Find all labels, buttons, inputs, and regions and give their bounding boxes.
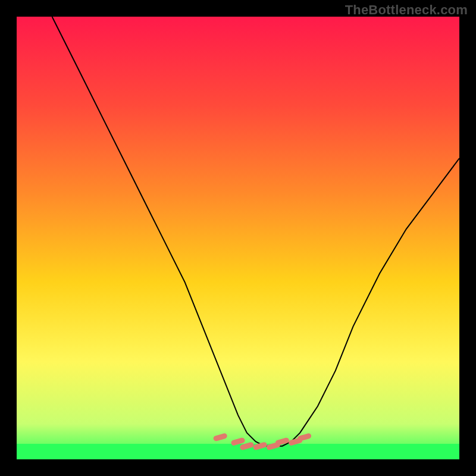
- watermark-text: TheBottleneck.com: [345, 2, 468, 18]
- bottleneck-chart: [17, 17, 459, 459]
- heat-background: [17, 17, 459, 459]
- green-floor-band: [17, 444, 459, 459]
- chart-stage: TheBottleneck.com: [0, 0, 476, 476]
